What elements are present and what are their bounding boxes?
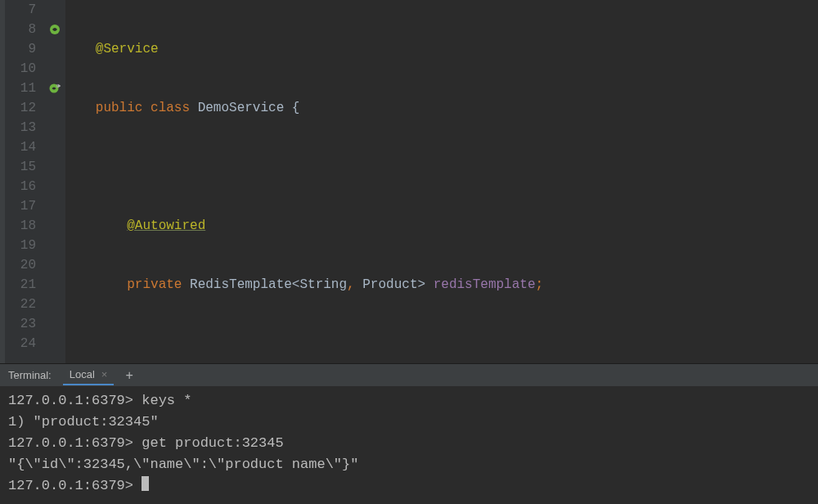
annotation: @Autowired bbox=[127, 218, 205, 233]
line-number: 17 bbox=[5, 196, 36, 216]
code-area[interactable]: @Service public class DemoService { @Aut… bbox=[65, 0, 818, 363]
keyword: class bbox=[151, 101, 198, 115]
line-number: 16 bbox=[5, 177, 36, 196]
gutter-icons bbox=[44, 0, 65, 363]
keyword: private bbox=[127, 277, 190, 292]
line-number: 7 bbox=[5, 0, 36, 20]
line-number: 15 bbox=[5, 157, 36, 177]
line-number: 21 bbox=[5, 275, 36, 295]
terminal-tab-label: Local bbox=[70, 368, 95, 380]
terminal-prompt: 127.0.0.1:6379> bbox=[8, 475, 810, 497]
line-number: 14 bbox=[5, 137, 36, 157]
cursor-icon bbox=[142, 476, 149, 491]
type-name: Product> bbox=[362, 277, 433, 292]
line-number: 9 bbox=[5, 39, 36, 59]
comma: , bbox=[347, 277, 362, 292]
line-number: 19 bbox=[5, 236, 36, 255]
spring-inject-icon[interactable] bbox=[44, 79, 65, 98]
line-number: 20 bbox=[5, 255, 36, 275]
terminal-line: 127.0.0.1:6379> keys * bbox=[8, 390, 810, 412]
semicolon: ; bbox=[536, 277, 544, 292]
terminal-panel: Terminal: Local × + 127.0.0.1:6379> keys… bbox=[0, 363, 818, 504]
keyword: public bbox=[96, 101, 151, 115]
line-number: 8 bbox=[5, 20, 36, 39]
terminal-line: "{\"id\":32345,\"name\":\"product name\"… bbox=[8, 454, 810, 475]
terminal-tab-bar: Terminal: Local × + bbox=[0, 364, 818, 387]
line-number: 11 bbox=[5, 79, 36, 98]
terminal-title: Terminal: bbox=[8, 369, 52, 381]
terminal-body[interactable]: 127.0.0.1:6379> keys * 1) "product:32345… bbox=[0, 387, 818, 504]
annotation: @Service bbox=[96, 42, 159, 56]
spring-bean-icon[interactable] bbox=[44, 20, 65, 39]
line-number: 10 bbox=[5, 59, 36, 79]
field-name: redisTemplate bbox=[434, 277, 536, 292]
line-number: 24 bbox=[5, 334, 36, 353]
terminal-tab-local[interactable]: Local × bbox=[63, 365, 115, 385]
close-icon[interactable]: × bbox=[101, 368, 108, 380]
add-tab-icon[interactable]: + bbox=[125, 368, 133, 383]
terminal-line: 1) "product:32345" bbox=[8, 412, 810, 433]
terminal-line: 127.0.0.1:6379> get product:32345 bbox=[8, 433, 810, 454]
line-number: 13 bbox=[5, 118, 36, 137]
line-number: 12 bbox=[5, 98, 36, 118]
line-number: 18 bbox=[5, 216, 36, 236]
type-name: RedisTemplate<String bbox=[190, 277, 347, 292]
brace: { bbox=[292, 101, 300, 115]
line-number: 23 bbox=[5, 314, 36, 334]
line-number: 22 bbox=[5, 295, 36, 314]
code-editor[interactable]: 7 8 9 10 11 12 13 14 15 16 17 18 19 20 2… bbox=[0, 0, 818, 363]
class-name: DemoService bbox=[198, 101, 292, 115]
line-number-gutter: 7 8 9 10 11 12 13 14 15 16 17 18 19 20 2… bbox=[5, 0, 44, 363]
